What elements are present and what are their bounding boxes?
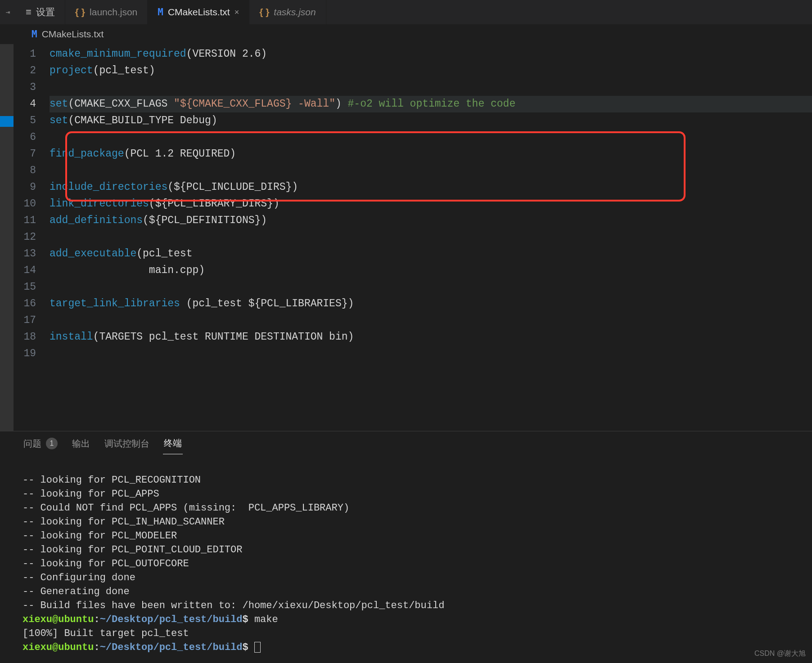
tab-cmakelists[interactable]: M CMakeLists.txt × — [148, 0, 249, 24]
terminal-line: -- looking for PCL_APPS — [23, 488, 159, 500]
bottom-panel: 问题 1 输出 调试控制台 终端 -- looking for PCL_RECO… — [0, 431, 812, 663]
terminal-line: -- Generating done — [23, 586, 130, 597]
cmake-icon: M — [32, 29, 37, 40]
panel-tab-terminal[interactable]: 终端 — [163, 433, 183, 454]
breadcrumb[interactable]: M CMakeLists.txt — [0, 24, 812, 44]
tab-label: CMakeLists.txt — [168, 7, 230, 18]
gear-icon: ≡ — [26, 6, 32, 18]
tab-bar: ⇥ ≡ 设置 { } launch.json M CMakeLists.txt … — [0, 0, 812, 24]
json-icon: { } — [75, 7, 85, 18]
terminal-line: -- Build files have been written to: /ho… — [23, 600, 444, 611]
terminal-cursor — [254, 642, 261, 653]
panel-tabs: 问题 1 输出 调试控制台 终端 — [23, 431, 807, 456]
activity-bar — [0, 44, 14, 431]
terminal-line: -- looking for PCL_MODELER — [23, 530, 177, 542]
activity-marker — [0, 116, 14, 127]
tab-label: 设置 — [36, 6, 55, 18]
sidebar-toggle-icon[interactable]: ⇥ — [0, 0, 16, 24]
code-editor[interactable]: cmake_minimum_required(VERSION 2.6) proj… — [50, 44, 812, 431]
watermark: CSDN @谢大旭 — [754, 649, 806, 659]
terminal-line: [100%] Built target pcl_test — [23, 628, 189, 639]
editor-area: 1 2 3 4 5 6 7 8 9 10 11 12 13 14 15 16 1… — [0, 44, 812, 431]
panel-tab-output[interactable]: 输出 — [71, 433, 91, 454]
tab-launch-json[interactable]: { } launch.json — [65, 0, 148, 24]
terminal-line: -- looking for PCL_OUTOFCORE — [23, 558, 189, 569]
panel-tab-debug-console[interactable]: 调试控制台 — [104, 433, 150, 454]
breadcrumb-file: CMakeLists.txt — [42, 29, 104, 40]
tab-tasks-json[interactable]: { } tasks.json — [249, 0, 326, 24]
line-gutter: 1 2 3 4 5 6 7 8 9 10 11 12 13 14 15 16 1… — [22, 44, 50, 431]
terminal-output[interactable]: -- looking for PCL_RECOGNITION -- lookin… — [23, 456, 807, 663]
tab-label: tasks.json — [274, 7, 316, 18]
panel-tab-problems[interactable]: 问题 1 — [23, 433, 59, 454]
terminal-line: -- looking for PCL_RECOGNITION — [23, 475, 201, 486]
terminal-line: -- Could NOT find PCL_APPS (missing: PCL… — [23, 502, 349, 514]
tab-label: launch.json — [90, 7, 137, 18]
cmake-icon: M — [158, 7, 163, 18]
json-icon: { } — [259, 7, 269, 18]
close-icon[interactable]: × — [235, 8, 239, 17]
terminal-command: make — [254, 614, 278, 625]
terminal-line: -- Configuring done — [23, 572, 135, 583]
tab-settings[interactable]: ≡ 设置 — [16, 0, 65, 24]
problems-badge: 1 — [46, 438, 58, 449]
terminal-line: -- looking for PCL_POINT_CLOUD_EDITOR — [23, 544, 242, 555]
terminal-line: -- looking for PCL_IN_HAND_SCANNER — [23, 516, 225, 528]
